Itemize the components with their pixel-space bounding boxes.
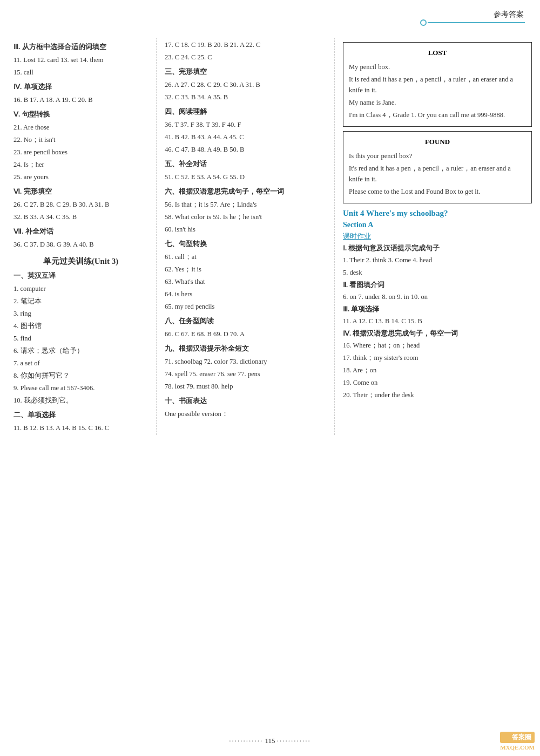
u4-s3-a1: 11. A 12. C 13. B 14. C 15. B (343, 316, 532, 326)
lost-content-3: My name is Jane. (349, 97, 526, 108)
mid-s1-a1: 26. A 27. C 28. C 29. C 30. A 31. B (165, 79, 326, 90)
u4-sub1-title: Ⅰ. 根据句意及汉语提示完成句子 (343, 244, 532, 253)
mid-s7-a2: 74. spell 75. eraser 76. see 77. pens (165, 369, 326, 379)
header-bar: 参考答案 (494, 10, 524, 19)
answer-5-4: 24. Is；her (14, 159, 148, 170)
u4-sub2-title: Ⅱ. 看图填介词 (343, 281, 532, 290)
mid-s4-title: 六、根据汉语意思完成句子，每空一词 (165, 187, 326, 196)
section-6-title: Ⅵ. 完形填空 (14, 187, 148, 196)
u4-s4-a3: 18. Are；on (343, 365, 532, 376)
answer-7-1: 36. C 37. D 38. G 39. A 40. B (14, 239, 148, 250)
answer-6-1: 26. C 27. B 28. C 29. B 30. A 31. B (14, 199, 148, 210)
lost-content-2: It is red and it has a pen，a pencil，a ru… (349, 74, 526, 96)
section-7-title: Ⅶ. 补全对话 (14, 227, 148, 236)
section-3-title: Ⅲ. 从方框中选择合适的词填空 (14, 42, 148, 52)
mid-top-2: 23. C 24. C 25. C (165, 52, 326, 63)
u3-s1-a2: 2. 笔记本 (14, 296, 148, 307)
lost-box-title: LOST (349, 47, 526, 59)
mid-s2-a3: 46. C 47. B 48. A 49. B 50. B (165, 144, 326, 155)
answer-4-1: 16. B 17. A 18. A 19. C 20. B (14, 94, 148, 105)
u4-s4-a4: 19. Come on (343, 377, 532, 388)
mid-s5-a3: 63. What's that (165, 276, 326, 287)
mid-s8-title: 十、书面表达 (165, 396, 326, 406)
mid-top-1: 17. C 18. C 19. B 20. B 21. A 22. C (165, 39, 326, 50)
lost-box: LOST My pencil box. It is red and it has… (343, 42, 532, 127)
mid-s5-a2: 62. Yes；it is (165, 264, 326, 275)
found-box: FOUND Is this your pencil box? It's red … (343, 131, 532, 203)
mid-s7-a3: 78. lost 79. must 80. help (165, 381, 326, 392)
mid-s1-a2: 32. C 33. B 34. A 35. B (165, 92, 326, 103)
u3-s1-a8: 8. 你如何拼写它？ (14, 370, 148, 381)
answer-5-3: 23. are pencil boxes (14, 147, 148, 158)
u4-s4-a2: 17. think；my sister's room (343, 352, 532, 363)
answer-3-1: 11. Lost 12. card 13. set 14. them (14, 55, 148, 65)
answer-3-2: 15. call (14, 67, 148, 78)
u4-sub4-title: Ⅳ. 根据汉语意思完成句子，每空一词 (343, 329, 532, 338)
section-a-title: Section A (343, 221, 532, 229)
mid-s2-a2: 41. B 42. B 43. A 44. A 45. C (165, 132, 326, 142)
lost-content-4: I'm in Class 4，Grade 1. Or you can call … (349, 110, 526, 120)
header-title: 参考答案 (494, 10, 524, 19)
page: 参考答案 Ⅲ. 从方框中选择合适的词填空 11. Lost 12. card 1… (0, 0, 540, 756)
found-content-1: Is this your pencil box? (349, 151, 526, 161)
watermark-line2: MXQE.COM (500, 744, 535, 751)
mid-s8-a1: One possible version： (165, 408, 326, 419)
mid-s4-a3: 60. isn't his (165, 224, 326, 235)
watermark: 答案圈 MXQE.COM (500, 732, 535, 751)
u4-s1-a2: 5. desk (343, 267, 532, 278)
u3-s1-a5: 5. find (14, 333, 148, 344)
u4-s1-a1: 1. Their 2. think 3. Come 4. head (343, 255, 532, 265)
mid-s7-a1: 71. schoolbag 72. color 73. dictionary (165, 356, 326, 367)
lost-content-1: My pencil box. (349, 62, 526, 72)
col-middle: 17. C 18. C 19. B 20. B 21. A 22. C 23. … (157, 38, 335, 435)
mid-s5-a4: 64. is hers (165, 289, 326, 299)
found-content-3: Please come to the Lost and Found Box to… (349, 186, 526, 197)
header-circle-icon (420, 19, 427, 26)
mid-s5-a5: 65. my red pencils (165, 301, 326, 312)
mid-s3-title: 五、补全对话 (165, 159, 326, 169)
page-num-value: 115 (265, 737, 275, 745)
mid-s4-a2: 58. What color is 59. Is he；he isn't (165, 212, 326, 222)
section-4-title: Ⅳ. 单项选择 (14, 82, 148, 92)
u3-s1-a3: 3. ring (14, 308, 148, 319)
found-box-title: FOUND (349, 136, 526, 148)
mid-s6-a1: 66. C 67. E 68. B 69. D 70. A (165, 329, 326, 339)
u3-s1-a9: 9. Please call me at 567-3406. (14, 383, 148, 393)
answer-5-5: 25. are yours (14, 172, 148, 182)
unit3-sub2-title: 二、单项选择 (14, 410, 148, 420)
mid-s6-title: 八、任务型阅读 (165, 316, 326, 326)
u4-s4-a5: 20. Their；under the desk (343, 390, 532, 400)
mid-s2-title: 四、阅读理解 (165, 107, 326, 117)
u4-sub3-title: Ⅲ. 单项选择 (343, 305, 532, 314)
unit3-title: 单元过关训练(Unit 3) (14, 256, 148, 267)
header-line (428, 22, 525, 23)
answer-5-1: 21. Are those (14, 122, 148, 133)
answer-5-2: 22. No；it isn't (14, 134, 148, 145)
unit4-title: Unit 4 Where's my schoolbag? (343, 209, 532, 218)
u3-s1-a4: 4. 图书馆 (14, 321, 148, 331)
u3-s1-a10: 10. 我必须找到它。 (14, 395, 148, 406)
page-number: ············ 115 ············ (229, 737, 311, 745)
mid-s7-title: 九、根据汉语提示补全短文 (165, 344, 326, 353)
found-content-2: It's red and it has a pen，a pencil，a rul… (349, 163, 526, 185)
mid-s2-a1: 36. T 37. F 38. T 39. F 40. F (165, 119, 326, 130)
mid-s4-a1: 56. Is that；it is 57. Are；Linda's (165, 199, 326, 210)
main-content: Ⅲ. 从方框中选择合适的词填空 11. Lost 12. card 13. se… (0, 11, 540, 435)
section-5-title: Ⅴ. 句型转换 (14, 110, 148, 119)
mid-s5-a1: 61. call；at (165, 251, 326, 262)
mid-s1-title: 三、完形填空 (165, 67, 326, 77)
u4-s4-a1: 16. Where；hat；on；head (343, 340, 532, 351)
mid-s5-title: 七、句型转换 (165, 239, 326, 249)
col-left: Ⅲ. 从方框中选择合适的词填空 11. Lost 12. card 13. se… (0, 38, 157, 435)
answer-6-2: 32. B 33. A 34. C 35. B (14, 212, 148, 222)
watermark-line1: 答案圈 (500, 732, 535, 743)
u4-s2-a1: 6. on 7. under 8. on 9. in 10. on (343, 291, 532, 302)
mid-s3-a1: 51. C 52. E 53. A 54. G 55. D (165, 172, 326, 182)
u3-s1-a1: 1. computer (14, 283, 148, 294)
u3-s1-a6: 6. 请求；恳求（给予） (14, 345, 148, 356)
u3-s1-a7: 7. a set of (14, 358, 148, 369)
col-right: LOST My pencil box. It is red and it has… (335, 38, 540, 435)
u3-s2-a1: 11. B 12. B 13. A 14. B 15. C 16. C (14, 423, 148, 433)
homework-title: 课时作业 (343, 231, 532, 241)
unit3-sub1-title: 一、英汉互译 (14, 271, 148, 281)
